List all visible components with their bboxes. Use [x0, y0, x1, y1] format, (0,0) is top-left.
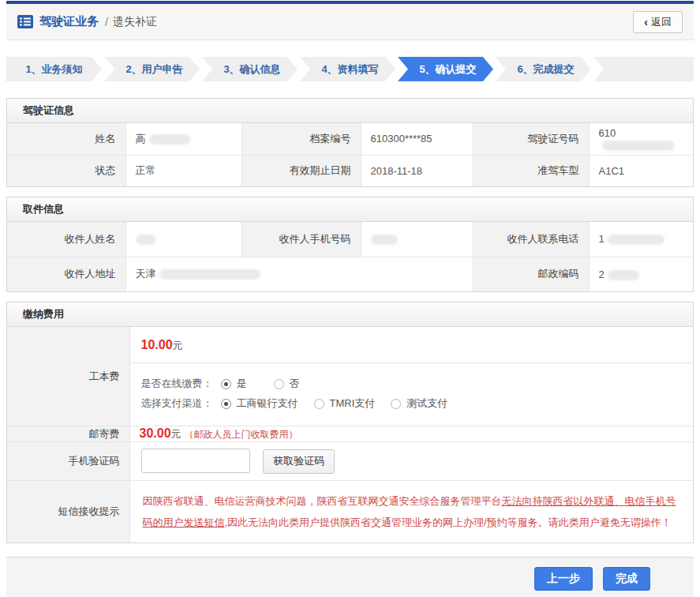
- get-code-button[interactable]: 获取验证码: [263, 449, 335, 474]
- step-bar-filler: [593, 57, 694, 81]
- table-row: 姓名 高 档案编号 610300****85 驾驶证号码 610: [7, 123, 693, 155]
- recipient-mobile-label: 收件人手机号码: [241, 222, 361, 257]
- license-number-value: 610: [589, 123, 693, 155]
- sms-notice-label: 短信接收提示: [7, 480, 129, 543]
- vehicle-type-value: A1C1: [589, 155, 693, 186]
- recipient-name-value: [125, 222, 241, 257]
- online-payment-label: 是否在线缴费：: [141, 377, 213, 391]
- redaction-blur: [608, 235, 664, 245]
- previous-step-button[interactable]: 上一步: [534, 567, 593, 591]
- back-button-label: 返回: [651, 15, 672, 29]
- status-value: 正常: [125, 155, 241, 186]
- production-fee-unit: 元: [173, 340, 183, 351]
- valid-until-value: 2018-11-18: [361, 155, 473, 186]
- redaction-blur: [371, 235, 398, 245]
- radio-channel-tmri-label: TMRI支付: [330, 396, 376, 411]
- recipient-phone-value: 1: [589, 222, 693, 257]
- step-5-confirm-submit[interactable]: 5、确认提交: [398, 57, 493, 81]
- verification-row: 手机验证码 获取验证码: [7, 442, 693, 481]
- sms-notice-text: 因陕西省联通、电信运营商技术问题，陕西省互联网交通安全综合服务管理平台无法向持陕…: [143, 495, 676, 528]
- finish-button[interactable]: 完成: [603, 567, 650, 591]
- redaction-blur: [159, 269, 260, 280]
- step-6-complete-submit[interactable]: 6、完成提交: [496, 57, 591, 81]
- production-fee-row: 工本费 10.00元 是否在线缴费： 是: [7, 327, 693, 426]
- radio-channel-icbc-label: 工商银行支付: [237, 396, 298, 411]
- postcode-value: 2: [589, 257, 693, 291]
- radio-channel-test[interactable]: 测试支付: [391, 396, 447, 411]
- radio-online-no-label: 否: [290, 377, 300, 391]
- production-fee-value: 10.00元 是否在线缴费： 是 否: [129, 327, 693, 426]
- radio-online-yes-label: 是: [237, 377, 247, 391]
- pickup-info-table: 收件人姓名 收件人手机号码 收件人联系电话 1 收件人地址 天津 邮政编码 2: [7, 222, 693, 291]
- breadcrumb-subpage: 遗失补证: [113, 15, 157, 29]
- mail-fee-note: （邮政人员上门收取费用）: [185, 429, 298, 440]
- radio-button-icon[interactable]: [221, 379, 231, 389]
- back-button[interactable]: ‹ 返回: [633, 11, 683, 33]
- radio-channel-tmri[interactable]: TMRI支付: [314, 396, 376, 411]
- redaction-blur: [149, 134, 190, 145]
- license-info-title: 驾驶证信息: [7, 99, 693, 123]
- license-info-table: 姓名 高 档案编号 610300****85 驾驶证号码 610 状态 正常 有…: [7, 123, 693, 186]
- license-list-icon: [17, 15, 33, 28]
- step-3-confirm-info[interactable]: 3、确认信息: [202, 57, 298, 81]
- postcode-label: 邮政编码: [473, 257, 589, 291]
- payment-options-block: 是否在线缴费： 是 否 选择支付渠道：: [130, 363, 694, 426]
- mail-fee-row: 邮寄费 30.00元（邮政人员上门收取费用）: [7, 426, 693, 442]
- mail-fee-label: 邮寄费: [7, 426, 129, 442]
- table-row: 状态 正常 有效期止日期 2018-11-18 准驾车型 A1C1: [7, 155, 693, 186]
- breadcrumb-separator: /: [105, 16, 108, 28]
- vehicle-type-label: 准驾车型: [473, 155, 589, 186]
- redaction-blur: [608, 270, 639, 280]
- production-fee-price: 10.00: [141, 338, 173, 351]
- radio-channel-icbc[interactable]: 工商银行支付: [221, 396, 298, 411]
- radio-online-no[interactable]: 否: [274, 377, 300, 391]
- step-wizard: 1、业务须知 2、用户申告 3、确认信息 4、资料填写 5、确认提交 6、完成提…: [6, 57, 694, 81]
- radio-channel-test-label: 测试支付: [406, 396, 447, 411]
- verification-code-input[interactable]: [141, 449, 250, 473]
- payment-channel-label: 选择支付渠道：: [141, 396, 213, 411]
- page-header: 驾驶证业务 / 遗失补证 ‹ 返回: [6, 4, 694, 40]
- verification-code-label: 手机验证码: [7, 442, 129, 481]
- page-title: 驾驶证业务: [39, 14, 99, 29]
- recipient-phone-label: 收件人联系电话: [473, 222, 589, 257]
- mail-fee-unit: 元: [171, 428, 182, 440]
- pickup-info-section: 取件信息 收件人姓名 收件人手机号码 收件人联系电话 1 收件人地址 天津 邮政…: [6, 197, 694, 292]
- file-number-label: 档案编号: [241, 123, 361, 155]
- valid-until-label: 有效期止日期: [241, 155, 361, 186]
- production-fee-amount: 10.00元: [130, 327, 694, 362]
- fees-title: 缴纳费用: [7, 302, 693, 327]
- production-fee-label: 工本费: [7, 327, 129, 426]
- verification-code-cell: 获取验证码: [129, 442, 693, 481]
- step-4-fill-data[interactable]: 4、资料填写: [300, 57, 395, 81]
- step-1-business-notes[interactable]: 1、业务须知: [6, 57, 102, 81]
- recipient-name-label: 收件人姓名: [7, 222, 125, 257]
- recipient-address-value: 天津: [125, 257, 473, 291]
- radio-button-icon[interactable]: [221, 399, 231, 409]
- sms-notice-row: 短信接收提示 因陕西省联通、电信运营商技术问题，陕西省互联网交通安全综合服务管理…: [7, 480, 693, 543]
- payment-channel-line: 选择支付渠道： 工商银行支付 TMRI支付 测试支付: [141, 396, 683, 411]
- redaction-blur: [136, 235, 156, 245]
- online-payment-line: 是否在线缴费： 是 否: [141, 377, 683, 391]
- mail-fee-price: 30.00: [140, 426, 171, 440]
- radio-button-icon[interactable]: [314, 399, 324, 409]
- name-label: 姓名: [7, 123, 125, 155]
- fees-table: 工本费 10.00元 是否在线缴费： 是: [7, 327, 693, 543]
- fees-section: 缴纳费用 工本费 10.00元 是否在线缴费： 是: [6, 302, 694, 543]
- table-row: 收件人地址 天津 邮政编码 2: [7, 257, 693, 291]
- license-info-section: 驾驶证信息 姓名 高 档案编号 610300****85 驾驶证号码 610 状…: [6, 98, 694, 187]
- radio-online-yes[interactable]: 是: [221, 377, 247, 391]
- redaction-blur: [602, 141, 675, 151]
- step-2-user-declaration[interactable]: 2、用户申告: [104, 57, 200, 81]
- table-row: 收件人姓名 收件人手机号码 收件人联系电话 1: [7, 222, 693, 257]
- radio-button-icon[interactable]: [391, 399, 401, 409]
- recipient-mobile-value: [361, 222, 473, 257]
- pickup-info-title: 取件信息: [7, 197, 693, 222]
- status-label: 状态: [7, 155, 125, 186]
- file-number-value: 610300****85: [361, 123, 473, 155]
- mail-fee-value: 30.00元（邮政人员上门收取费用）: [129, 426, 693, 442]
- page: 驾驶证业务 / 遗失补证 ‹ 返回 1、业务须知 2、用户申告 3、确认信息 4…: [0, 1, 700, 597]
- footer-action-bar: 上一步 完成: [6, 557, 694, 597]
- license-number-label: 驾驶证号码: [473, 123, 589, 155]
- sms-notice-cell: 因陕西省联通、电信运营商技术问题，陕西省互联网交通安全综合服务管理平台无法向持陕…: [129, 480, 693, 543]
- radio-button-icon[interactable]: [274, 379, 284, 389]
